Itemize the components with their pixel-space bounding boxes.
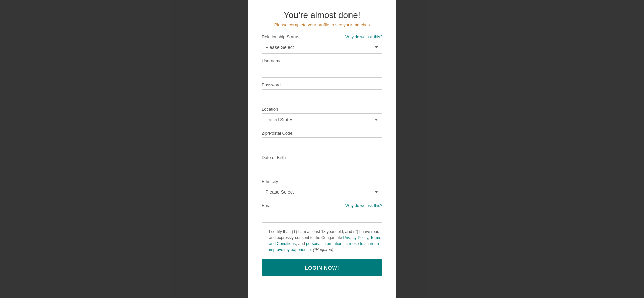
zip-label: Zip/Postal Code <box>262 131 293 136</box>
zip-input[interactable] <box>262 137 382 150</box>
ethnicity-label: Ethnicity <box>262 179 278 184</box>
certify-checkbox-group: I certify that: (1) I am at least 18 yea… <box>262 229 382 253</box>
modal-subtitle: Please complete your profile to see your… <box>262 22 382 27</box>
dob-group: Date of Birth <box>262 155 382 174</box>
ethnicity-label-row: Ethnicity <box>262 179 382 184</box>
username-input[interactable] <box>262 65 382 78</box>
password-label-row: Password <box>262 82 382 87</box>
dob-label-row: Date of Birth <box>262 155 382 160</box>
ethnicity-select[interactable]: Please Select Caucasian Asian Hispanic A… <box>262 186 382 198</box>
zip-group: Zip/Postal Code <box>262 131 382 150</box>
certify-label: I certify that: (1) I am at least 18 yea… <box>269 229 382 253</box>
relationship-status-select[interactable]: Please Select Single Divorced Widowed Se… <box>262 41 382 54</box>
relationship-status-why-link[interactable]: Why do we ask this? <box>345 35 382 39</box>
certify-checkbox[interactable] <box>262 230 266 234</box>
password-label: Password <box>262 82 281 87</box>
dob-label: Date of Birth <box>262 155 286 160</box>
username-group: Username <box>262 58 382 78</box>
relationship-status-group: Relationship Status Why do we ask this? … <box>262 34 382 54</box>
email-group: Email Why do we ask this? <box>262 203 382 223</box>
username-label: Username <box>262 58 282 63</box>
location-group: Location United States Canada United Kin… <box>262 107 382 126</box>
zip-label-row: Zip/Postal Code <box>262 131 382 136</box>
location-label: Location <box>262 107 278 112</box>
login-button[interactable]: LOGIN NOW! <box>262 259 382 276</box>
location-label-row: Location <box>262 107 382 112</box>
username-label-row: Username <box>262 58 382 63</box>
location-select[interactable]: United States Canada United Kingdom Aust… <box>262 113 382 126</box>
relationship-status-label: Relationship Status <box>262 34 299 39</box>
dob-input[interactable] <box>262 162 382 174</box>
password-input[interactable] <box>262 89 382 102</box>
email-label-row: Email Why do we ask this? <box>262 203 382 208</box>
required-text: (*Required) <box>313 247 333 252</box>
privacy-policy-link[interactable]: Privacy Policy <box>343 235 368 240</box>
modal-container: You're almost done! Please complete your… <box>248 0 396 298</box>
email-label: Email <box>262 203 273 208</box>
ethnicity-group: Ethnicity Please Select Caucasian Asian … <box>262 179 382 198</box>
email-why-link[interactable]: Why do we ask this? <box>345 203 382 208</box>
modal-title: You're almost done! <box>262 10 382 20</box>
password-group: Password <box>262 82 382 102</box>
email-input[interactable] <box>262 210 382 223</box>
relationship-status-label-row: Relationship Status Why do we ask this? <box>262 34 382 39</box>
